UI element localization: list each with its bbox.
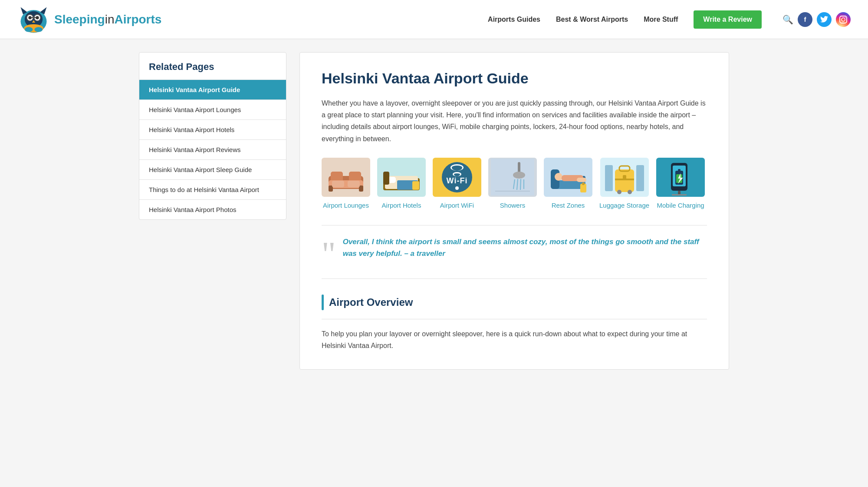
svg-point-13 — [25, 27, 33, 32]
showers-illustration — [491, 159, 534, 195]
sidebar-item-lounges[interactable]: Helsinki Vantaa Airport Lounges — [139, 99, 286, 119]
luggage-icon-box — [600, 158, 649, 197]
page-title: Helsinki Vantaa Airport Guide — [322, 70, 707, 87]
svg-rect-31 — [383, 172, 389, 185]
luggage-illustration — [603, 159, 646, 195]
icon-item-charging[interactable]: Mobile Charging — [656, 158, 705, 210]
charging-illustration — [659, 159, 702, 195]
hotels-illustration — [380, 159, 423, 195]
showers-label: Showers — [500, 201, 525, 210]
svg-point-56 — [628, 190, 632, 194]
wifi-arc-small — [453, 172, 461, 176]
svg-rect-67 — [672, 194, 687, 195]
write-review-button[interactable]: Write a Review — [694, 10, 762, 29]
icon-item-luggage[interactable]: Luggage Storage — [599, 158, 649, 210]
svg-point-6 — [28, 16, 32, 20]
twitter-bird-icon — [820, 16, 828, 23]
svg-rect-63 — [678, 169, 681, 171]
svg-rect-8 — [32, 17, 36, 18]
charging-label: Mobile Charging — [657, 201, 704, 210]
main-content: Helsinki Vantaa Airport Guide Whether yo… — [299, 52, 729, 370]
nav-airports-guides[interactable]: Airports Guides — [488, 16, 540, 23]
sidebar-title: Related Pages — [139, 53, 286, 80]
facebook-icon[interactable]: f — [798, 12, 812, 27]
svg-rect-32 — [412, 181, 419, 190]
twitter-icon[interactable] — [817, 12, 832, 27]
logo-text: SleepinginAirports — [54, 13, 161, 27]
search-icon[interactable]: 🔍 — [783, 14, 793, 25]
icon-item-wifi[interactable]: Wi-Fi Airport WiFi — [433, 158, 481, 210]
luggage-label: Luggage Storage — [599, 201, 649, 210]
svg-rect-33 — [491, 159, 534, 195]
svg-rect-24 — [332, 181, 344, 187]
logo-icon — [17, 3, 50, 36]
rest-illustration — [546, 159, 590, 195]
instagram-camera-icon — [839, 16, 847, 23]
svg-rect-54 — [623, 175, 626, 180]
icon-item-rest[interactable]: Rest Zones — [544, 158, 592, 210]
svg-point-14 — [34, 27, 43, 32]
svg-rect-23 — [359, 186, 363, 192]
intro-text: Whether you have a layover, overnight sl… — [322, 97, 707, 145]
svg-point-16 — [842, 18, 845, 21]
nav-more-stuff[interactable]: More Stuff — [644, 16, 678, 23]
svg-point-45 — [555, 173, 562, 181]
svg-rect-15 — [840, 16, 847, 23]
wifi-icon-box: Wi-Fi — [433, 158, 481, 197]
hotels-label: Airport Hotels — [382, 201, 421, 210]
section-title: Airport Overview — [329, 296, 413, 308]
page-wrap: Related Pages Helsinki Vantaa Airport Gu… — [130, 52, 738, 370]
lounges-icon-box — [322, 158, 370, 197]
sidebar-card: Related Pages Helsinki Vantaa Airport Gu… — [139, 52, 286, 220]
sidebar: Related Pages Helsinki Vantaa Airport Gu… — [139, 52, 286, 370]
site-logo[interactable]: SleepinginAirports — [17, 3, 161, 36]
icon-item-hotels[interactable]: Airport Hotels — [377, 158, 426, 210]
lounges-illustration — [324, 159, 368, 195]
nav-best-worst[interactable]: Best & Worst Airports — [556, 16, 628, 23]
wifi-arc-large — [450, 164, 464, 171]
quote-text: Overall, I think the airport is small an… — [343, 236, 707, 259]
section-bar — [322, 295, 324, 310]
wifi-arcs — [450, 164, 464, 176]
svg-point-35 — [513, 172, 525, 179]
wifi-label: Airport WiFi — [440, 201, 474, 210]
svg-rect-22 — [329, 186, 333, 192]
nav-icons: 🔍 f — [783, 12, 851, 27]
charging-icon-box — [656, 158, 705, 197]
svg-rect-25 — [348, 181, 360, 187]
wifi-dot — [455, 186, 459, 190]
sidebar-item-reviews[interactable]: Helsinki Vantaa Airport Reviews — [139, 139, 286, 159]
sidebar-item-guide[interactable]: Helsinki Vantaa Airport Guide — [139, 80, 286, 99]
svg-line-38 — [520, 179, 521, 190]
sidebar-item-sleep-guide[interactable]: Helsinki Vantaa Airport Sleep Guide — [139, 159, 286, 179]
section-title-bar: Airport Overview — [322, 295, 707, 310]
rest-label: Rest Zones — [552, 201, 585, 210]
svg-point-55 — [617, 190, 621, 194]
showers-icon-box — [488, 158, 537, 197]
hotels-icon-box — [377, 158, 426, 197]
instagram-icon[interactable] — [836, 12, 851, 27]
svg-point-17 — [845, 17, 846, 18]
main-nav: Airports Guides Best & Worst Airports Mo… — [488, 10, 851, 29]
svg-point-7 — [36, 16, 39, 20]
site-header: SleepinginAirports Airports Guides Best … — [0, 0, 868, 39]
quote-marks: " — [322, 240, 336, 268]
icon-item-showers[interactable]: Showers — [488, 158, 537, 210]
svg-rect-47 — [577, 178, 586, 182]
icon-item-lounges[interactable]: Airport Lounges — [322, 158, 370, 210]
wifi-circle: Wi-Fi — [442, 162, 472, 192]
svg-rect-49 — [582, 182, 585, 185]
svg-rect-58 — [636, 165, 644, 191]
svg-rect-51 — [615, 169, 634, 192]
sidebar-item-things-to-do[interactable]: Things to do at Helsinki Vantaa Airport — [139, 179, 286, 199]
icon-grid: Airport Lounges — [322, 158, 707, 210]
wifi-text: Wi-Fi — [447, 176, 468, 186]
quote-block: " Overall, I think the airport is small … — [322, 225, 707, 279]
sidebar-item-hotels[interactable]: Helsinki Vantaa Airport Hotels — [139, 119, 286, 139]
lounges-label: Airport Lounges — [323, 201, 369, 210]
svg-rect-57 — [605, 165, 613, 191]
sidebar-item-photos[interactable]: Helsinki Vantaa Airport Photos — [139, 199, 286, 219]
section-divider — [322, 319, 707, 319]
section-body: To help you plan your layover or overnig… — [322, 328, 707, 351]
rest-icon-box — [544, 158, 592, 197]
